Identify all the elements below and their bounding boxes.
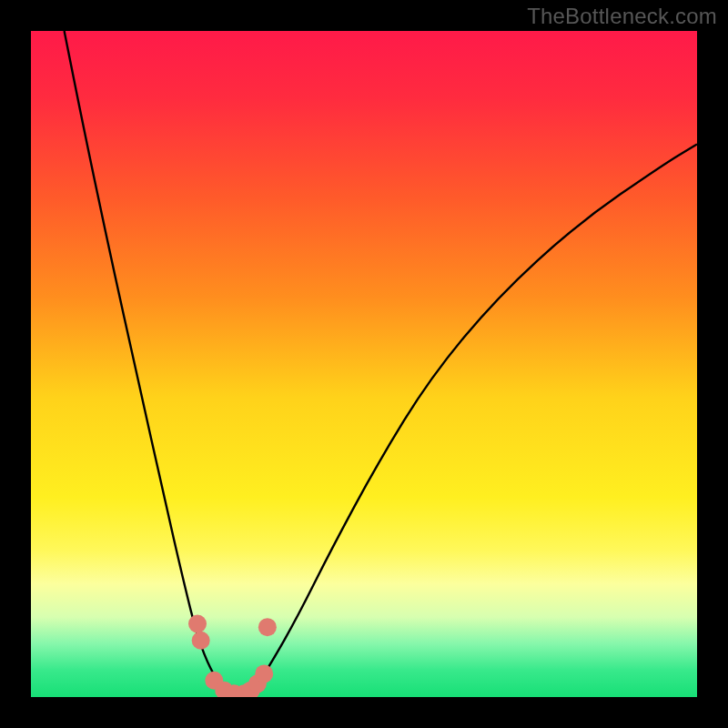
- sample-point: [188, 614, 207, 632]
- sample-point: [258, 618, 277, 636]
- watermark-text: TheBottleneck.com: [527, 4, 717, 29]
- sample-point: [192, 632, 210, 650]
- plot-area: [31, 31, 697, 697]
- sample-points-group: [188, 614, 277, 697]
- sample-point: [255, 664, 273, 682]
- chart-overlay: [31, 31, 697, 697]
- bottleneck-curve: [65, 31, 697, 696]
- chart-frame: TheBottleneck.com: [0, 0, 728, 728]
